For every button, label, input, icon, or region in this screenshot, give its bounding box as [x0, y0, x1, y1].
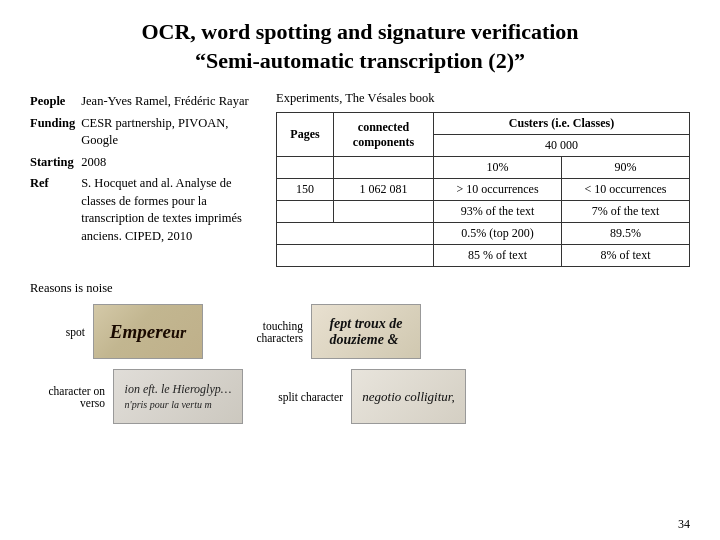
components-val: 1 062 081 — [333, 179, 433, 201]
header-row: Pages connectedcomponents Custers (i.e. … — [277, 113, 690, 135]
image-row-2: character on verso ion eft. le Hieroglyp… — [30, 369, 690, 424]
pct-93: 93% of the text — [434, 201, 562, 223]
slide-title: OCR, word spotting and signature verific… — [30, 18, 690, 75]
label-funding: Funding — [30, 113, 81, 152]
spot-image: Empereur — [93, 304, 203, 359]
table-row: Ref S. Hocquet and al. Analyse de classe… — [30, 173, 260, 247]
bottom-row-1: 0.5% (top 200) 89.5% — [277, 223, 690, 245]
content-area: People Jean-Yves Ramel, Frédéric Rayar F… — [30, 91, 690, 267]
empty-b1 — [277, 223, 434, 245]
right-panel: Experiments, The Vésales book Pages conn… — [276, 91, 690, 267]
pct-text-row: 93% of the text 7% of the text — [277, 201, 690, 223]
empty2 — [333, 201, 433, 223]
table-row: Funding CESR partnership, PIVOAN, Google — [30, 113, 260, 152]
col-clusters: Custers (i.e. Classes) — [434, 113, 690, 135]
clusters-40000: 40 000 — [434, 135, 690, 157]
reasons-section: Reasons is noise spot Empereur touching … — [30, 281, 690, 424]
col-pages: Pages — [277, 113, 334, 157]
pct8text: 8% of text — [562, 245, 690, 267]
pct-empty1 — [277, 157, 334, 179]
pct-90: 90% — [562, 157, 690, 179]
value-ref: S. Hocquet and al. Analyse de classes de… — [81, 173, 260, 247]
value-starting: 2008 — [81, 152, 260, 174]
value-funding: CESR partnership, PIVOAN, Google — [81, 113, 260, 152]
col-connected: connectedcomponents — [333, 113, 433, 157]
page-number: 34 — [678, 517, 690, 532]
pct895: 89.5% — [562, 223, 690, 245]
reasons-title: Reasons is noise — [30, 281, 690, 296]
split-char-image: negotio colligitur, — [351, 369, 466, 424]
more-10: > 10 occurrences — [434, 179, 562, 201]
split-char-group: split character negotio colligitur, — [273, 369, 466, 424]
value-people: Jean-Yves Ramel, Frédéric Rayar — [81, 91, 260, 113]
info-table: People Jean-Yves Ramel, Frédéric Rayar F… — [30, 91, 260, 247]
pages-val: 150 — [277, 179, 334, 201]
split-char-label: split character — [273, 391, 343, 403]
table-row: People Jean-Yves Ramel, Frédéric Rayar — [30, 91, 260, 113]
bottom-row-2: 85 % of text 8% of text — [277, 245, 690, 267]
left-panel: People Jean-Yves Ramel, Frédéric Rayar F… — [30, 91, 260, 267]
touching-label: touching characters — [233, 320, 303, 344]
label-starting: Starting — [30, 152, 81, 174]
char-verso-image: ion eft. le Hieroglyp…n'pris pour la ver… — [113, 369, 243, 424]
empty1 — [277, 201, 334, 223]
data-row: 150 1 062 081 > 10 occurrences < 10 occu… — [277, 179, 690, 201]
pct85text: 85 % of text — [434, 245, 562, 267]
experiments-table: Pages connectedcomponents Custers (i.e. … — [276, 112, 690, 267]
spot-label: spot — [30, 326, 85, 338]
experiments-title: Experiments, The Vésales book — [276, 91, 690, 106]
pct-row: 10% 90% — [277, 157, 690, 179]
pct-empty2 — [333, 157, 433, 179]
less-10: < 10 occurrences — [562, 179, 690, 201]
touching-image: fept troux dedouzieme & — [311, 304, 421, 359]
title-line1: OCR, word spotting and signature verific… — [30, 18, 690, 47]
image-row-1: spot Empereur touching characters fept t… — [30, 304, 690, 359]
slide-page: OCR, word spotting and signature verific… — [0, 0, 720, 540]
touching-group: touching characters fept troux dedouziem… — [233, 304, 421, 359]
spot-group: spot Empereur — [30, 304, 203, 359]
table-row: Starting 2008 — [30, 152, 260, 174]
empty-b2 — [277, 245, 434, 267]
pct-10: 10% — [434, 157, 562, 179]
label-ref: Ref — [30, 173, 81, 247]
label-people: People — [30, 91, 81, 113]
top200: 0.5% (top 200) — [434, 223, 562, 245]
title-line2: “Semi-automatic transcription (2)” — [30, 47, 690, 76]
char-verso-label: character on verso — [30, 385, 105, 409]
pct-7: 7% of the text — [562, 201, 690, 223]
char-verso-group: character on verso ion eft. le Hieroglyp… — [30, 369, 243, 424]
